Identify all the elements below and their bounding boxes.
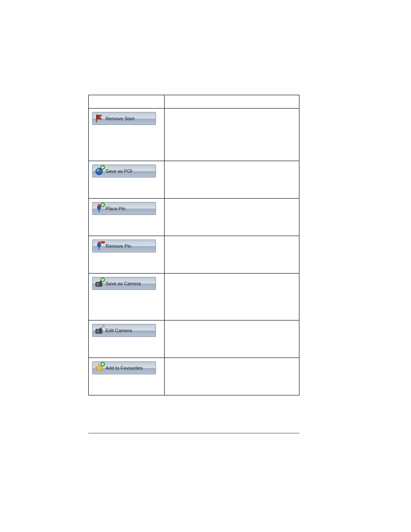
table-row: Add to Favourites xyxy=(89,358,299,395)
table-row: Remove Start xyxy=(89,109,299,161)
description-cell xyxy=(164,236,299,274)
svg-rect-25 xyxy=(101,280,104,280)
star-icon xyxy=(94,363,104,373)
plus-badge-icon xyxy=(100,165,105,170)
minus-badge-icon xyxy=(100,240,105,245)
pushpin-icon xyxy=(94,204,104,213)
svg-rect-32 xyxy=(101,364,104,365)
svg-point-29 xyxy=(97,331,99,332)
button-label: Add to Favourites xyxy=(106,365,143,370)
table-row: Save as Camera xyxy=(89,274,299,320)
camera-icon xyxy=(94,279,104,288)
svg-rect-13 xyxy=(101,205,104,205)
button-label: Edit Camera xyxy=(106,328,132,333)
remove-pin-button[interactable]: Remove Pin xyxy=(92,240,156,252)
svg-point-22 xyxy=(97,284,99,285)
place-pin-button[interactable]: Place Pin xyxy=(92,202,156,215)
button-label: Remove Start xyxy=(106,116,134,121)
globe-icon xyxy=(94,166,104,176)
svg-point-17 xyxy=(98,242,99,243)
plus-badge-icon xyxy=(100,362,105,367)
button-reference-table: Remove Start xyxy=(88,95,299,395)
description-cell xyxy=(164,274,299,320)
button-label: Save as Camera xyxy=(106,281,141,286)
plus-badge-icon xyxy=(100,202,105,207)
svg-point-10 xyxy=(98,205,99,205)
description-cell xyxy=(164,161,299,199)
wrench-badge-icon xyxy=(100,324,105,329)
table-row: Remove Pin xyxy=(89,236,299,274)
svg-rect-6 xyxy=(101,167,104,168)
button-label: Place Pin xyxy=(106,206,125,211)
table-row: Save as POI xyxy=(89,161,299,199)
description-cell xyxy=(164,199,299,236)
table-header-row xyxy=(89,95,299,109)
pushpin-icon xyxy=(94,241,104,251)
description-cell xyxy=(164,109,299,161)
remove-start-button[interactable]: Remove Start xyxy=(92,112,156,125)
horizontal-rule xyxy=(88,433,299,433)
document-page: Remove Start xyxy=(0,0,411,532)
header-cell-description xyxy=(164,95,299,109)
button-label: Save as POI xyxy=(106,168,132,174)
svg-rect-0 xyxy=(96,115,97,122)
plus-badge-icon xyxy=(100,277,105,282)
table-row: Edit Camera xyxy=(89,320,299,358)
save-as-poi-button[interactable]: Save as POI xyxy=(92,165,156,177)
description-cell xyxy=(164,320,299,358)
description-cell xyxy=(164,358,299,395)
flag-icon xyxy=(94,114,104,123)
edit-camera-button[interactable]: Edit Camera xyxy=(92,324,156,337)
svg-rect-18 xyxy=(101,242,105,243)
camera-icon xyxy=(94,326,104,335)
add-to-favourites-button[interactable]: Add to Favourites xyxy=(92,361,156,374)
table-row: Place Pin xyxy=(89,199,299,236)
header-cell-button xyxy=(89,95,165,109)
svg-point-3 xyxy=(97,168,99,172)
save-as-camera-button[interactable]: Save as Camera xyxy=(92,277,156,290)
button-label: Remove Pin xyxy=(106,243,131,249)
